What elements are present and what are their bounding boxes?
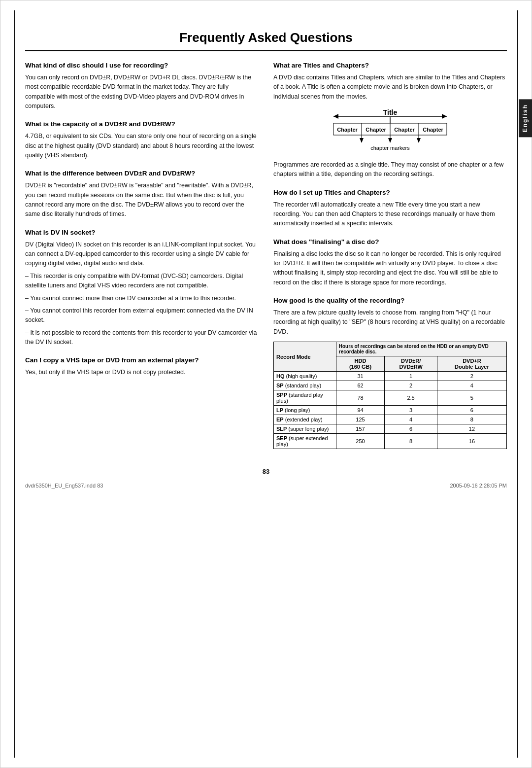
table-cell-mode: SPP (standard play plus) — [274, 390, 336, 406]
left-column: What kind of disc should I use for recor… — [25, 61, 259, 458]
table-cell-dvddl: 5 — [437, 390, 506, 406]
table-row: SEP (super extended play)250816 — [274, 434, 507, 449]
table-header-mode: Record Mode — [274, 342, 336, 372]
faq-capacity-answer: 4.7GB, or equivalent to six CDs. You can… — [25, 132, 259, 160]
table-row: SP (standard play)6224 — [274, 381, 507, 390]
table-cell-dvddl: 2 — [437, 372, 506, 381]
svg-marker-1 — [333, 114, 338, 119]
table-cell-hdd: 31 — [336, 372, 385, 381]
faq-setup-titles: How do I set up Titles and Chapters? The… — [273, 188, 507, 229]
page-number: 83 — [25, 468, 507, 475]
faq-quality: How good is the quality of the recording… — [273, 296, 507, 449]
dv-answer-p1: DV (Digital Video) IN socket on this rec… — [25, 240, 259, 269]
dv-answer-p2: – This recorder is only compatible with … — [25, 272, 259, 291]
faq-quality-question: How good is the quality of the recording… — [273, 296, 507, 306]
page-title: Frequently Asked Questions — [25, 15, 507, 51]
faq-quality-answer: There are a few picture quality levels t… — [273, 308, 507, 337]
table-row: SPP (standard play plus)782.55 — [274, 390, 507, 406]
table-cell-hdd: 78 — [336, 390, 385, 406]
content-area: Frequently Asked Questions What kind of … — [25, 15, 507, 489]
table-cell-dvddl: 8 — [437, 415, 506, 424]
faq-difference-question: What is the difference between DVD±R and… — [25, 169, 259, 178]
table-cell-dvddl: 12 — [437, 424, 506, 434]
footer-right: 2005-09-16 2:28:05 PM — [450, 483, 507, 489]
table-cell-dvdrw: 1 — [385, 372, 437, 381]
diagram-svg: Title Chapter Chapter Chapter Chapter — [319, 107, 462, 152]
two-column-layout: What kind of disc should I use for recor… — [25, 61, 507, 458]
svg-marker-14 — [360, 138, 364, 143]
table-cell-mode: HQ (high quality) — [274, 372, 336, 381]
table-row: EP (extended play)12548 — [274, 415, 507, 424]
faq-disc-type-question: What kind of disc should I use for recor… — [25, 61, 259, 70]
svg-marker-16 — [388, 138, 392, 143]
faq-capacity: What is the capacity of a DVD±R and DVD±… — [25, 120, 259, 160]
table-cell-dvddl: 6 — [437, 406, 506, 415]
table-subheader-dvdrw: DVD±R/DVD±RW — [385, 356, 437, 372]
table-row: SLP (super long play)157612 — [274, 424, 507, 434]
dv-answer-p3: – You cannot connect more than one DV ca… — [25, 294, 259, 303]
faq-dv-socket-answer: DV (Digital Video) IN socket on this rec… — [25, 240, 259, 348]
table-header-hours: Hours of recordings can be stored on the… — [336, 342, 506, 356]
faq-finalising: What does "finalising" a disc do? Finali… — [273, 238, 507, 287]
table-cell-hdd: 125 — [336, 415, 385, 424]
table-cell-dvdrw: 6 — [385, 424, 437, 434]
svg-text:Chapter: Chapter — [423, 127, 443, 133]
table-cell-dvdrw: 8 — [385, 434, 437, 449]
table-subheader-hdd: HDD(160 GB) — [336, 356, 385, 372]
footer-left: dvdr5350H_EU_Eng537.indd 83 — [25, 483, 103, 489]
faq-vhs-copy: Can I copy a VHS tape or DVD from an ext… — [25, 356, 259, 377]
faq-setup-titles-answer: The recorder will automatically create a… — [273, 200, 507, 229]
faq-finalising-question: What does "finalising" a disc do? — [273, 238, 507, 247]
table-cell-hdd: 62 — [336, 381, 385, 390]
svg-text:Chapter: Chapter — [366, 127, 386, 133]
table-row: LP (long play)9436 — [274, 406, 507, 415]
table-cell-mode: SLP (super long play) — [274, 424, 336, 434]
dv-answer-p5: – It is not possible to record the conte… — [25, 328, 259, 348]
svg-text:chapter markers: chapter markers — [370, 145, 410, 151]
table-cell-mode: SEP (super extended play) — [274, 434, 336, 449]
svg-text:Chapter: Chapter — [337, 127, 358, 133]
faq-finalising-answer: Finalising a disc locks the disc so it c… — [273, 249, 507, 288]
faq-setup-titles-question: How do I set up Titles and Chapters? — [273, 188, 507, 198]
table-cell-hdd: 250 — [336, 434, 385, 449]
table-subheader-dvddl: DVD+RDouble Layer — [437, 356, 506, 372]
faq-disc-type: What kind of disc should I use for recor… — [25, 61, 259, 111]
faq-difference: What is the difference between DVD±R and… — [25, 169, 259, 219]
table-cell-dvdrw: 2 — [385, 381, 437, 390]
right-column: What are Titles and Chapters? A DVD disc… — [273, 61, 507, 458]
table-row: HQ (high quality)3112 — [274, 372, 507, 381]
table-cell-dvdrw: 3 — [385, 406, 437, 415]
table-cell-mode: SP (standard play) — [274, 381, 336, 390]
faq-titles-chapters-answer1: A DVD disc contains Titles and Chapters,… — [273, 73, 507, 102]
table-cell-dvddl: 4 — [437, 381, 506, 390]
svg-marker-18 — [417, 138, 421, 143]
svg-text:Chapter: Chapter — [394, 127, 415, 133]
border-right — [517, 10, 518, 758]
faq-dv-socket-question: What is DV IN socket? — [25, 228, 259, 238]
faq-vhs-copy-answer: Yes, but only if the VHS tape or DVD is … — [25, 368, 259, 377]
table-cell-dvdrw: 4 — [385, 415, 437, 424]
border-left — [14, 10, 15, 758]
faq-dv-socket: What is DV IN socket? DV (Digital Video)… — [25, 228, 259, 348]
table-cell-dvdrw: 2.5 — [385, 390, 437, 406]
recording-quality-table: Record Mode Hours of recordings can be s… — [273, 342, 507, 449]
faq-titles-chapters: What are Titles and Chapters? A DVD disc… — [273, 61, 507, 179]
table-cell-mode: EP (extended play) — [274, 415, 336, 424]
svg-text:Title: Title — [383, 108, 398, 116]
footer: dvdr5350H_EU_Eng537.indd 83 2005-09-16 2… — [25, 483, 507, 489]
faq-vhs-copy-question: Can I copy a VHS tape or DVD from an ext… — [25, 356, 259, 365]
faq-titles-chapters-question: What are Titles and Chapters? — [273, 61, 507, 70]
table-cell-hdd: 157 — [336, 424, 385, 434]
svg-marker-2 — [442, 114, 447, 119]
faq-disc-type-answer: You can only record on DVD±R, DVD±RW or … — [25, 73, 259, 111]
faq-titles-chapters-answer2: Programmes are recorded as a single titl… — [273, 160, 507, 179]
table-cell-dvddl: 16 — [437, 434, 506, 449]
page-wrapper: English Frequently Asked Questions What … — [0, 0, 532, 768]
title-chapter-diagram: Title Chapter Chapter Chapter Chapter — [273, 107, 507, 153]
faq-difference-answer: DVD±R is "recordable" and DVD±RW is "era… — [25, 181, 259, 219]
table-cell-mode: LP (long play) — [274, 406, 336, 415]
faq-capacity-question: What is the capacity of a DVD±R and DVD±… — [25, 120, 259, 129]
table-cell-hdd: 94 — [336, 406, 385, 415]
dv-answer-p4: – You cannot control this recorder from … — [25, 306, 259, 325]
english-tab: English — [519, 99, 532, 137]
